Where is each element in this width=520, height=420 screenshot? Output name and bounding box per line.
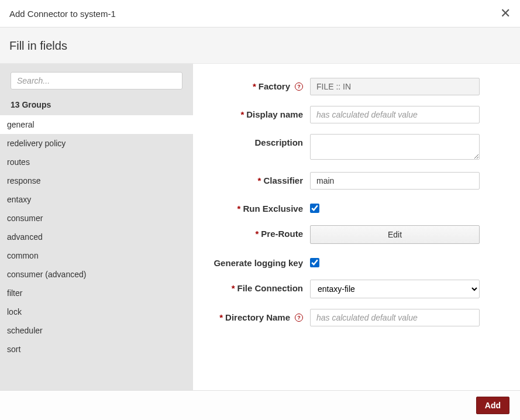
sidebar-item-consumer-advanced-[interactable]: consumer (advanced)	[0, 265, 193, 284]
search-input[interactable]	[11, 72, 182, 89]
row-directory-name: * Directory Name ?	[193, 309, 502, 326]
classifier-field[interactable]	[310, 172, 480, 190]
sidebar-item-consumer[interactable]: consumer	[0, 209, 193, 228]
display-name-field[interactable]	[310, 106, 480, 123]
file-connection-select[interactable]: entaxy-file	[310, 280, 480, 298]
row-description: Description	[193, 134, 502, 161]
required-star-icon: *	[237, 204, 241, 214]
label-pre-route: * Pre-Route	[193, 225, 310, 239]
row-generate-logging-key: Generate logging key	[193, 254, 502, 269]
sidebar-item-advanced[interactable]: advanced	[0, 228, 193, 246]
directory-name-field[interactable]	[310, 309, 480, 326]
modal-footer: Add	[0, 390, 520, 420]
sidebar-item-filter[interactable]: filter	[0, 284, 193, 302]
sidebar-item-general[interactable]: general	[0, 115, 193, 134]
page-title: Fill in fields	[9, 39, 511, 53]
sidebar: 13 Groups generalredelivery policyroutes…	[0, 64, 193, 390]
required-star-icon: *	[232, 283, 235, 293]
sidebar-item-entaxy[interactable]: entaxy	[0, 190, 193, 209]
add-button[interactable]: Add	[476, 397, 509, 414]
modal-title: Add Connector to system-1	[9, 9, 116, 19]
label-file-connection: * File Connection	[193, 280, 310, 293]
modal-header: Add Connector to system-1 ✕	[0, 0, 520, 27]
sidebar-item-common[interactable]: common	[0, 246, 193, 265]
row-classifier: * Classifier	[193, 172, 502, 190]
row-display-name: * Display name	[193, 106, 502, 123]
sidebar-item-lock[interactable]: lock	[0, 302, 193, 321]
group-count: 13 Groups	[0, 95, 193, 115]
label-display-name: * Display name	[193, 106, 310, 119]
required-star-icon: *	[219, 312, 223, 322]
label-factory: * Factory ?	[193, 78, 310, 91]
sidebar-item-routes[interactable]: routes	[0, 153, 193, 171]
sidebar-item-scheduler[interactable]: scheduler	[0, 321, 193, 340]
help-icon[interactable]: ?	[295, 82, 303, 91]
row-run-exclusive: * Run Exclusive	[193, 200, 502, 215]
row-file-connection: * File Connection entaxy-file	[193, 280, 502, 298]
label-generate-logging-key: Generate logging key	[193, 254, 310, 268]
help-icon[interactable]: ?	[295, 314, 303, 322]
close-icon[interactable]: ✕	[500, 7, 511, 20]
label-run-exclusive: * Run Exclusive	[193, 200, 310, 214]
row-pre-route: * Pre-Route Edit	[193, 225, 502, 244]
required-star-icon: *	[255, 229, 259, 239]
label-classifier: * Classifier	[193, 172, 310, 185]
subheader: Fill in fields	[0, 27, 520, 64]
row-factory: * Factory ?	[193, 78, 502, 95]
required-star-icon: *	[240, 109, 244, 119]
pre-route-edit-button[interactable]: Edit	[310, 225, 480, 244]
factory-field	[310, 78, 480, 95]
required-star-icon: *	[253, 81, 256, 91]
description-field[interactable]	[310, 134, 480, 160]
generate-logging-key-checkbox[interactable]	[310, 258, 319, 267]
label-description: Description	[193, 134, 310, 147]
form-panel: * Factory ? * Display name Description	[193, 64, 520, 390]
sidebar-item-redelivery-policy[interactable]: redelivery policy	[0, 134, 193, 153]
run-exclusive-checkbox[interactable]	[310, 204, 319, 213]
sidebar-item-sort[interactable]: sort	[0, 340, 193, 359]
sidebar-item-response[interactable]: response	[0, 171, 193, 190]
required-star-icon: *	[258, 175, 261, 185]
label-directory-name: * Directory Name ?	[193, 309, 310, 322]
